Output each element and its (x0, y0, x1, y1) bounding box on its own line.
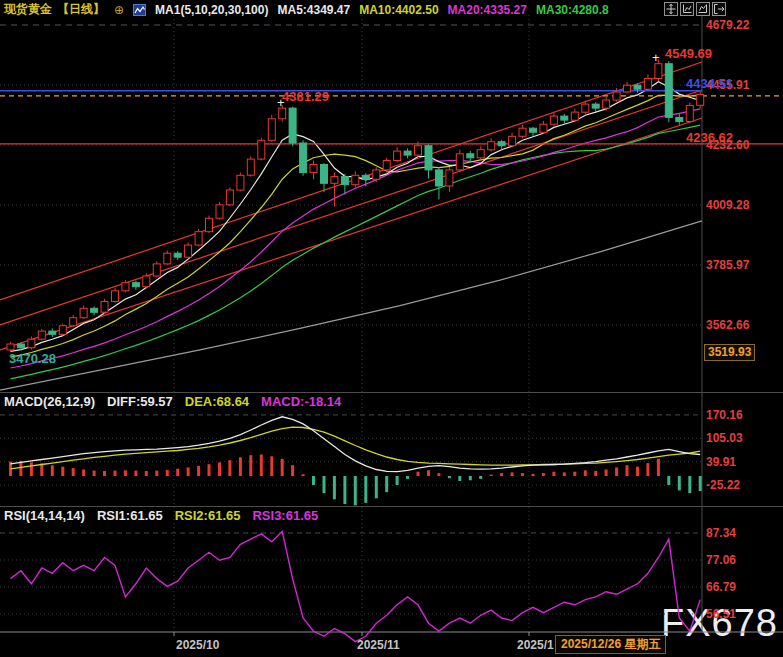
rsi3-value: RSI3:61.65 (252, 508, 318, 523)
ma5-value: MA5:4349.47 (277, 3, 350, 17)
price-tag: 3519.93 (704, 344, 755, 361)
link-icon[interactable]: ⊕ (114, 3, 124, 17)
chart-canvas[interactable]: 4679.224455.914232.604009.283785.973562.… (0, 0, 783, 657)
support-price-label: 4236.62 (686, 130, 733, 145)
svg-text:39.91: 39.91 (706, 455, 736, 469)
rsi1-value: RSI1:61.65 (97, 508, 163, 523)
rsi-name: RSI(14,14,14) (4, 508, 85, 523)
x-axis-label-dec: 2025/1 (517, 638, 554, 652)
svg-text:3562.66: 3562.66 (706, 318, 750, 332)
pan-icon[interactable] (664, 2, 678, 16)
high-price-label: 4549.69 (665, 46, 712, 61)
macd-header: MACD(26,12,9) DIFF:59.57 DEA:68.64 MACD:… (4, 394, 341, 409)
current-price-label: 4434.51 (686, 76, 733, 91)
svg-text:66.79: 66.79 (706, 580, 736, 594)
current-date-label: 2025/12/26 星期五 (555, 635, 666, 654)
chart-type-icon[interactable] (133, 4, 146, 16)
rsi2-value: RSI2:61.65 (175, 508, 241, 523)
svg-text:56.51: 56.51 (706, 607, 736, 621)
peak-price-label: 4381.29 (282, 89, 329, 104)
cross-marker-1: + (277, 95, 285, 110)
svg-text:87.34: 87.34 (706, 526, 736, 540)
chart-toolbar (664, 2, 726, 16)
x-axis-label-oct: 2025/10 (176, 638, 219, 652)
ma20-value: MA20:4335.27 (448, 3, 527, 17)
svg-text:-25.22: -25.22 (706, 478, 740, 492)
macd-diff-value: DIFF:59.57 (107, 394, 173, 409)
ma10-value: MA10:4402.50 (359, 3, 438, 17)
period-label[interactable]: 【日线】 (57, 1, 105, 18)
low-price-label: 3470.28 (9, 351, 56, 366)
symbol-title: 现货黄金 (4, 1, 52, 18)
svg-text:77.06: 77.06 (706, 553, 736, 567)
scale-right-icon[interactable] (696, 2, 710, 16)
macd-value: MACD:-18.14 (261, 394, 341, 409)
trading-chart-window: FX678 4679.224455.914232.604009.283785.9… (0, 0, 783, 657)
ma30-value: MA30:4280.8 (536, 3, 609, 17)
macd-dea-value: DEA:68.64 (185, 394, 249, 409)
macd-name: MACD(26,12,9) (4, 394, 95, 409)
scale-left-icon[interactable] (680, 2, 694, 16)
cross-marker-2: + (652, 50, 660, 65)
svg-text:4679.22: 4679.22 (706, 18, 750, 32)
svg-text:4009.28: 4009.28 (706, 198, 750, 212)
svg-text:170.16: 170.16 (706, 408, 743, 422)
svg-text:105.03: 105.03 (706, 431, 743, 445)
rsi-header: RSI(14,14,14) RSI1:61.65 RSI2:61.65 RSI3… (4, 508, 318, 523)
chart-header: 现货黄金 【日线】 ⊕ MA1(5,10,20,30,100) MA5:4349… (4, 1, 609, 18)
x-axis-label-nov: 2025/11 (357, 638, 400, 652)
ma-settings-label: MA1(5,10,20,30,100) (155, 3, 268, 17)
detach-icon[interactable] (712, 2, 726, 16)
svg-text:3785.97: 3785.97 (706, 258, 750, 272)
